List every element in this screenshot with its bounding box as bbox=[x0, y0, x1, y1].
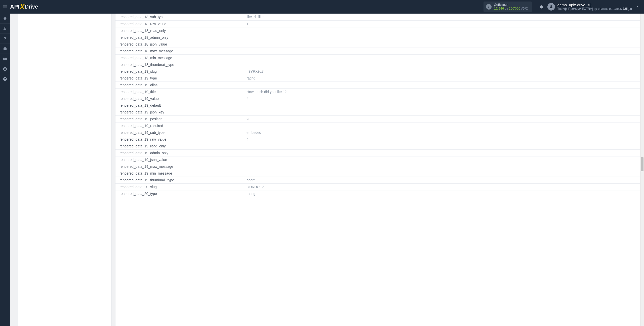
table-row: rendered_data_18_sub_typelike_dislike bbox=[115, 14, 389, 20]
table-row: rendered_data_18_raw_value1 bbox=[115, 20, 389, 27]
table-row: rendered_data_19_slugh9YRX9L7 bbox=[115, 68, 389, 75]
row-value: 4 bbox=[243, 136, 389, 143]
table-row: rendered_data_18_json_value bbox=[115, 41, 389, 48]
row-value bbox=[243, 54, 389, 61]
table-row: rendered_data_19_max_message bbox=[115, 163, 389, 170]
row-key: rendered_data_18_min_message bbox=[115, 54, 243, 61]
row-value bbox=[243, 61, 389, 68]
row-value: 4 bbox=[243, 95, 389, 102]
row-value: rating bbox=[243, 75, 389, 82]
hamburger-icon bbox=[3, 4, 8, 9]
sidebar-item-work[interactable] bbox=[0, 44, 10, 54]
main-content: rendered_data_18_sub_typelike_dislikeren… bbox=[10, 14, 389, 197]
row-key: rendered_data_18_raw_value bbox=[115, 20, 243, 27]
table-row: rendered_data_19_titleHow much did you l… bbox=[115, 88, 389, 95]
row-value: tkURUOOd bbox=[243, 183, 389, 190]
row-key: rendered_data_19_max_message bbox=[115, 163, 243, 170]
row-key: rendered_data_19_thumbnail_type bbox=[115, 177, 243, 183]
sitemap-icon bbox=[3, 26, 7, 31]
row-key: rendered_data_19_position bbox=[115, 115, 243, 122]
row-value bbox=[243, 48, 389, 54]
sidebar-item-billing[interactable] bbox=[0, 34, 10, 44]
table-row: rendered_data_19_typerating bbox=[115, 75, 389, 82]
row-value bbox=[243, 109, 389, 115]
row-value bbox=[243, 170, 389, 177]
home-icon bbox=[3, 16, 7, 21]
sidebar-item-account[interactable] bbox=[0, 64, 10, 74]
table-row: rendered_data_19_min_message bbox=[115, 170, 389, 177]
row-key: rendered_data_19_sub_type bbox=[115, 129, 243, 136]
left-panel bbox=[18, 14, 112, 197]
logo[interactable]: APIXDrive bbox=[10, 3, 38, 11]
row-key: rendered_data_19_json_value bbox=[115, 156, 243, 163]
row-value: 1 bbox=[243, 20, 389, 27]
row-key: rendered_data_19_min_message bbox=[115, 170, 243, 177]
row-value: h9YRX9L7 bbox=[243, 68, 389, 75]
logo-api: API bbox=[10, 4, 20, 10]
row-value bbox=[243, 34, 389, 41]
row-key: rendered_data_18_admin_only bbox=[115, 34, 243, 41]
right-panel: rendered_data_18_sub_typelike_dislikeren… bbox=[115, 14, 389, 197]
table-row: rendered_data_19_json_key bbox=[115, 109, 389, 115]
row-key: rendered_data_19_admin_only bbox=[115, 149, 243, 156]
sidebar bbox=[0, 14, 10, 197]
table-row: rendered_data_19_read_only bbox=[115, 143, 389, 149]
row-value bbox=[243, 41, 389, 48]
row-key: rendered_data_19_title bbox=[115, 88, 243, 95]
table-row: rendered_data_19_position20 bbox=[115, 115, 389, 122]
row-value bbox=[243, 143, 389, 149]
row-key: rendered_data_18_thumbnail_type bbox=[115, 61, 243, 68]
table-row: rendered_data_19_json_value bbox=[115, 156, 389, 163]
table-row: rendered_data_18_admin_only bbox=[115, 34, 389, 41]
row-key: rendered_data_20_slug bbox=[115, 183, 243, 190]
row-value: embeded bbox=[243, 129, 389, 136]
row-value bbox=[243, 102, 389, 109]
user-circle-icon bbox=[3, 67, 7, 71]
youtube-icon bbox=[3, 57, 7, 61]
table-row: rendered_data_19_admin_only bbox=[115, 149, 389, 156]
table-row: rendered_data_18_min_message bbox=[115, 54, 389, 61]
row-value bbox=[243, 82, 389, 88]
row-key: rendered_data_19_slug bbox=[115, 68, 243, 75]
row-key: rendered_data_18_max_message bbox=[115, 48, 243, 54]
row-value: heart bbox=[243, 177, 389, 183]
menu-toggle-button[interactable] bbox=[0, 0, 10, 14]
row-value bbox=[243, 156, 389, 163]
row-key: rendered_data_19_value bbox=[115, 95, 243, 102]
table-row: rendered_data_19_raw_value4 bbox=[115, 136, 389, 143]
row-value: 20 bbox=[243, 115, 389, 122]
table-row: rendered_data_20_typerating bbox=[115, 190, 389, 197]
row-key: rendered_data_19_raw_value bbox=[115, 136, 243, 143]
row-value: rating bbox=[243, 190, 389, 197]
table-row: rendered_data_19_required bbox=[115, 122, 389, 129]
table-row: rendered_data_18_read_only bbox=[115, 27, 389, 34]
table-row: rendered_data_18_thumbnail_type bbox=[115, 61, 389, 68]
row-value: How much did you like it? bbox=[243, 88, 389, 95]
row-value bbox=[243, 27, 389, 34]
dollar-icon bbox=[3, 36, 7, 41]
table-row: rendered_data_20_slugtkURUOOd bbox=[115, 183, 389, 190]
row-key: rendered_data_18_sub_type bbox=[115, 14, 243, 20]
row-value bbox=[243, 163, 389, 170]
logo-drive: Drive bbox=[25, 4, 38, 10]
sidebar-item-help[interactable] bbox=[0, 74, 10, 84]
top-bar: APIXDrive i Действия: 12'546из200'000(6%… bbox=[0, 0, 389, 14]
briefcase-icon bbox=[3, 47, 7, 51]
row-value bbox=[243, 122, 389, 129]
logo-x: X bbox=[20, 3, 24, 11]
table-row: rendered_data_19_value4 bbox=[115, 95, 389, 102]
data-table: rendered_data_18_sub_typelike_dislikeren… bbox=[115, 14, 389, 197]
row-key: rendered_data_19_json_key bbox=[115, 109, 243, 115]
sidebar-item-video[interactable] bbox=[0, 54, 10, 64]
row-key: rendered_data_19_alias bbox=[115, 82, 243, 88]
sidebar-item-home[interactable] bbox=[0, 14, 10, 24]
row-key: rendered_data_19_type bbox=[115, 75, 243, 82]
table-row: rendered_data_19_sub_typeembeded bbox=[115, 129, 389, 136]
help-icon bbox=[3, 77, 7, 81]
row-value: like_dislike bbox=[243, 14, 389, 20]
sidebar-item-connections[interactable] bbox=[0, 24, 10, 34]
table-row: rendered_data_19_alias bbox=[115, 82, 389, 88]
row-value bbox=[243, 149, 389, 156]
row-key: rendered_data_19_default bbox=[115, 102, 243, 109]
table-row: rendered_data_19_default bbox=[115, 102, 389, 109]
